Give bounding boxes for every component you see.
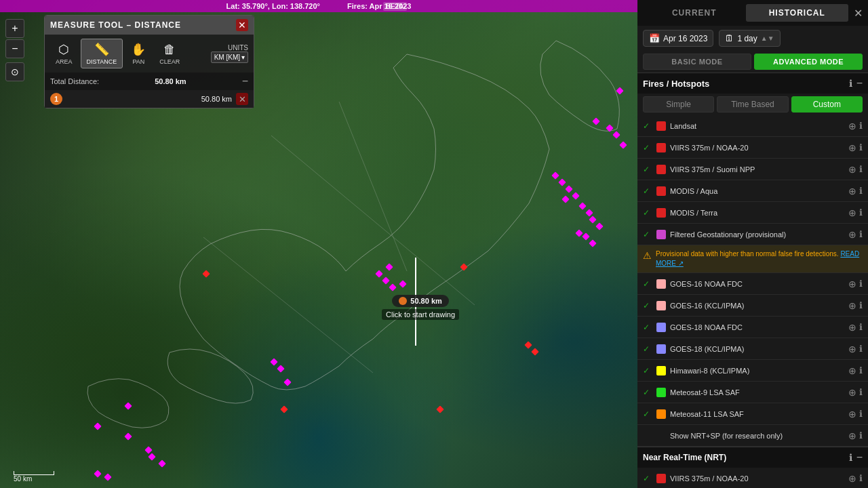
simple-subtab[interactable]: Simple: [643, 96, 714, 113]
subtabs: Simple Time Based Custom: [637, 94, 868, 115]
layer-add-button[interactable]: ⊕: [848, 300, 856, 311]
layer-info-button[interactable]: ℹ: [859, 121, 863, 131]
layer-add-button[interactable]: ⊕: [848, 121, 856, 131]
layer-checkbox[interactable]: ✓: [643, 186, 652, 196]
layer-actions: ⊕ℹ: [848, 186, 863, 197]
advanced-mode-button[interactable]: ADVANCED MODE: [754, 54, 863, 70]
total-distance-value: 50.80 km: [155, 77, 186, 85]
layer-checkbox[interactable]: ✓: [643, 323, 652, 332]
layer-add-button[interactable]: ⊕: [848, 279, 856, 289]
layer-info-button[interactable]: ℹ: [859, 344, 863, 354]
layer-info-button[interactable]: ℹ: [859, 142, 863, 152]
layer-color-dot: [656, 366, 666, 375]
map-area[interactable]: Lat: 35.790°, Lon: 138.720° Fires: Apr 1…: [0, 0, 637, 488]
layer-actions: ⊕ℹ: [848, 430, 863, 441]
layer-checkbox[interactable]: ✓: [643, 366, 652, 375]
layer-add-button[interactable]: ⊕: [848, 387, 856, 398]
layer-add-button[interactable]: ⊕: [848, 365, 856, 376]
zoom-in-button[interactable]: +: [5, 19, 24, 38]
layer-checkbox[interactable]: ✓: [643, 388, 652, 397]
clear-tool-button[interactable]: 🗑 CLEAR: [154, 40, 185, 68]
units-chevron-icon: ▾: [241, 54, 245, 61]
nrt-layer-add-button[interactable]: ⊕: [848, 473, 856, 484]
historical-tab[interactable]: HISTORICAL: [746, 4, 849, 22]
nrt-layer-checkbox[interactable]: ✓: [643, 474, 652, 483]
custom-subtab[interactable]: Custom: [791, 96, 863, 113]
layer-checkbox[interactable]: ✓: [643, 344, 652, 354]
distance-icon: 📏: [94, 42, 109, 57]
basic-mode-button[interactable]: BASIC MODE: [643, 54, 751, 70]
units-select[interactable]: KM [KM] ▾: [211, 52, 248, 63]
layer-info-button[interactable]: ℹ: [859, 365, 863, 375]
layer-checkbox[interactable]: ✓: [643, 409, 652, 419]
fires-section-title: Fires / Hotspots: [643, 79, 849, 89]
layer-item: ✓Filtered Geostationary (provisional)⊕ℹ: [637, 224, 868, 245]
layer-add-button[interactable]: ⊕: [848, 164, 856, 175]
layer-checkbox[interactable]: ✓: [643, 208, 652, 218]
layer-checkbox[interactable]: ✓: [643, 121, 652, 131]
zoom-out-button[interactable]: −: [5, 39, 24, 58]
nrt-layer-item: ✓VIIRS 375m / NOAA-20⊕ℹ: [637, 468, 868, 488]
area-tool-button[interactable]: ⬡ AREA: [50, 39, 78, 68]
distance-label: DISTANCE: [87, 58, 117, 65]
layer-checkbox[interactable]: ✓: [643, 279, 652, 289]
scale-value: 50 km: [14, 475, 54, 483]
distance-minus-button[interactable]: −: [242, 75, 248, 87]
layer-info-button[interactable]: ℹ: [859, 300, 863, 310]
date-picker[interactable]: 📅 Apr 16 2023: [643, 30, 713, 47]
layer-checkbox[interactable]: ✓: [643, 230, 652, 239]
distance-tool-button[interactable]: 📏 DISTANCE: [81, 39, 123, 68]
layer-info-button[interactable]: ℹ: [859, 387, 863, 397]
units-value: KM [KM]: [214, 54, 240, 61]
duration-chevron-icon: ▲▼: [761, 35, 774, 42]
layer-item: ✓GOES-18 (KCL/IPMA)⊕ℹ: [637, 338, 868, 360]
row-number: 1: [50, 93, 62, 105]
current-tab[interactable]: CURRENT: [643, 4, 746, 22]
location-button[interactable]: ⊙: [5, 62, 24, 81]
layer-add-button[interactable]: ⊕: [848, 344, 856, 354]
layer-info-button[interactable]: ℹ: [859, 409, 863, 419]
layer-add-button[interactable]: ⊕: [848, 229, 856, 240]
layer-info-button[interactable]: ℹ: [859, 322, 863, 332]
fires-info-icon[interactable]: ℹ: [849, 78, 852, 89]
layer-info-button[interactable]: ℹ: [859, 229, 863, 239]
measure-distance-row: Total Distance: 50.80 km −: [45, 73, 254, 90]
calendar-icon: 📅: [649, 33, 660, 43]
layer-add-button[interactable]: ⊕: [848, 430, 856, 441]
coords-text: Lat: 35.790°, Lon: 138.720°: [226, 2, 320, 10]
nrt-collapse-button[interactable]: −: [856, 451, 863, 464]
measure-close-button[interactable]: ✕: [236, 19, 248, 31]
layer-actions: ⊕ℹ: [848, 409, 863, 420]
layer-info-button[interactable]: ℹ: [859, 186, 863, 196]
layer-info-button[interactable]: ℹ: [859, 207, 863, 218]
layer-name-text: Show NRT+SP (for research only): [670, 432, 844, 440]
layer-add-button[interactable]: ⊕: [848, 207, 856, 218]
layer-item: ✓MODIS / Terra⊕ℹ: [637, 202, 868, 224]
warning-link[interactable]: READ MORE ↗: [656, 250, 859, 267]
nrt-info-icon[interactable]: ℹ: [849, 452, 852, 463]
layer-color-dot: [656, 186, 666, 196]
layer-add-button[interactable]: ⊕: [848, 409, 856, 420]
layer-info-button[interactable]: ℹ: [859, 430, 863, 441]
panel-close-button[interactable]: ✕: [854, 7, 863, 20]
layer-add-button[interactable]: ⊕: [848, 186, 856, 197]
layer-checkbox[interactable]: ✓: [643, 165, 652, 174]
topbar: Lat: 35.790°, Lon: 138.720° Fires: Apr 1…: [0, 0, 637, 12]
nrt-section-title: Near Real-Time (NRT): [643, 453, 849, 462]
layer-add-button[interactable]: ⊕: [848, 142, 856, 153]
layer-add-button[interactable]: ⊕: [848, 322, 856, 333]
layer-info-button[interactable]: ℹ: [859, 279, 863, 289]
fires-collapse-button[interactable]: −: [856, 77, 863, 89]
layer-name-text: MODIS / Terra: [670, 209, 844, 217]
clock-icon: 🗓: [725, 33, 734, 43]
layer-checkbox[interactable]: ✓: [643, 301, 652, 310]
nrt-section-header: Near Real-Time (NRT)ℹ−: [637, 447, 868, 468]
area-icon: ⬡: [58, 42, 69, 57]
duration-picker[interactable]: 🗓 1 day ▲▼: [719, 30, 780, 47]
nrt-layer-info-button[interactable]: ℹ: [859, 473, 863, 483]
row-close-button[interactable]: ✕: [236, 93, 248, 105]
layer-info-button[interactable]: ℹ: [859, 164, 863, 174]
time-based-subtab[interactable]: Time Based: [717, 96, 788, 113]
layer-checkbox[interactable]: ✓: [643, 143, 652, 152]
pan-tool-button[interactable]: ✋ PAN: [125, 39, 151, 68]
